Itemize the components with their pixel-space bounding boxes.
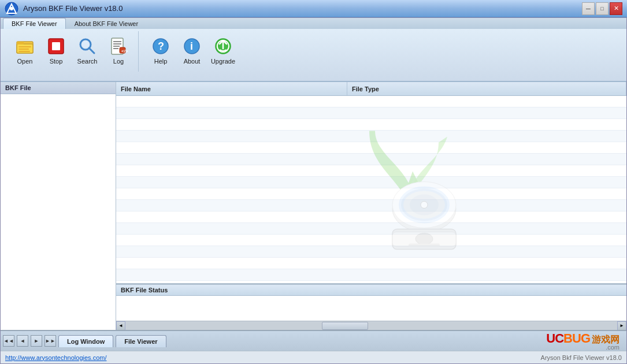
svg-text:i: i — [190, 40, 193, 52]
svg-line-12 — [89, 48, 94, 53]
scroll-right-btn[interactable]: ► — [617, 284, 626, 284]
status-area: BKF File Status ◄ ► — [116, 284, 626, 330]
open-button[interactable]: Open — [11, 34, 39, 67]
scroll-track[interactable] — [125, 284, 617, 284]
open-label: Open — [17, 58, 33, 65]
branding-area: UC BUG 游戏网 .com — [546, 331, 624, 351]
svg-text:?: ? — [158, 40, 164, 52]
log-icon: </> — [108, 36, 129, 57]
about-label: About — [184, 58, 201, 65]
ribbon-buttons-help: ? Help i About — [147, 34, 237, 67]
upgrade-icon — [213, 36, 233, 57]
title-bar-left: Aryson BKF File Viewer v18.0 — [5, 2, 123, 16]
status-scroll-left-btn[interactable]: ◄ — [116, 321, 125, 330]
website-link[interactable]: http://www.arysontechnologies.com/ — [5, 354, 106, 361]
left-panel-header: BKF File — [1, 82, 116, 94]
app-logo — [5, 2, 18, 16]
brand-com: .com — [606, 344, 619, 351]
main-window: BKF File Viewer About BKF File Viewer — [0, 17, 627, 364]
left-panel: BKF File — [1, 82, 116, 330]
stop-button[interactable]: Stop — [42, 34, 70, 67]
minimize-button[interactable]: ─ — [582, 2, 595, 15]
ribbon-group-help: ? Help i About — [141, 31, 243, 72]
scroll-left-btn[interactable]: ◄ — [116, 284, 125, 284]
ribbon-content: Open Stop — [1, 29, 626, 81]
tab-file-viewer[interactable]: File Viewer — [116, 335, 166, 347]
right-panel: File Name File Type — [116, 82, 626, 330]
status-content[interactable] — [116, 296, 626, 321]
col-header-name: File Name — [116, 82, 347, 95]
brand-uc: UC — [546, 331, 563, 346]
search-icon — [77, 36, 98, 57]
file-list-hscrollbar[interactable]: ◄ ► — [116, 283, 626, 284]
help-icon: ? — [150, 36, 171, 57]
nav-last-btn[interactable]: ►► — [44, 335, 56, 347]
status-scroll-right-btn[interactable]: ► — [617, 321, 626, 330]
stop-label: Stop — [50, 58, 63, 65]
search-label: Search — [77, 58, 98, 65]
nav-prev-btn[interactable]: ◄ — [17, 335, 28, 347]
title-bar-controls: ─ □ ✕ — [582, 2, 622, 15]
svg-rect-5 — [17, 42, 24, 44]
log-label: Log — [113, 58, 124, 65]
file-rows-background — [116, 96, 626, 283]
left-panel-content[interactable] — [1, 94, 116, 330]
file-list-content[interactable] — [116, 96, 626, 283]
ribbon-container: BKF File Viewer About BKF File Viewer — [1, 18, 626, 82]
tab-about-bkf[interactable]: About BKF File Viewer — [66, 18, 147, 29]
svg-point-13 — [82, 41, 89, 48]
ribbon-tab-bar: BKF File Viewer About BKF File Viewer — [1, 18, 626, 29]
status-hscrollbar[interactable]: ◄ ► — [116, 321, 626, 330]
tab-bkf-file-viewer[interactable]: BKF File Viewer — [3, 18, 66, 29]
svg-rect-8 — [18, 51, 30, 52]
tab-log-window[interactable]: Log Window — [58, 335, 113, 347]
open-icon — [14, 36, 35, 57]
stop-icon — [46, 36, 66, 57]
about-button[interactable]: i About — [178, 34, 206, 67]
ribbon-buttons-main: Open Stop — [11, 34, 132, 67]
status-scroll-track[interactable] — [125, 321, 617, 330]
svg-rect-7 — [18, 49, 29, 50]
upgrade-label: Upgrade — [211, 58, 235, 65]
svg-point-2 — [10, 7, 13, 10]
close-button[interactable]: ✕ — [610, 2, 622, 15]
nav-first-btn[interactable]: ◄◄ — [3, 335, 14, 347]
nav-next-btn[interactable]: ► — [31, 335, 42, 347]
file-list-header: File Name File Type — [116, 82, 626, 96]
footer-brand: Aryson Bkf File Viewer v18.0 — [541, 354, 622, 361]
about-icon: i — [181, 36, 202, 57]
col-header-type: File Type — [347, 82, 626, 95]
status-bar-bottom: http://www.arysontechnologies.com/ Aryso… — [1, 351, 626, 363]
content-area: BKF File File Name File Type — [1, 82, 626, 330]
svg-rect-10 — [52, 42, 60, 50]
bottom-tab-bar: ◄◄ ◄ ► ►► Log Window File Viewer UC BUG … — [1, 330, 626, 351]
window-title: Aryson BKF File Viewer v18.0 — [23, 4, 123, 13]
status-scroll-thumb[interactable] — [322, 322, 368, 330]
upgrade-button[interactable]: Upgrade — [209, 34, 237, 67]
log-button[interactable]: </> Log — [105, 34, 132, 67]
svg-rect-6 — [18, 46, 31, 47]
svg-text:</>: </> — [121, 49, 128, 54]
maximize-button[interactable]: □ — [596, 2, 609, 15]
help-label: Help — [154, 58, 168, 65]
brand-bug: BUG — [563, 331, 590, 346]
file-list-area: File Name File Type — [116, 82, 626, 284]
help-button[interactable]: ? Help — [147, 34, 175, 67]
status-header: BKF File Status — [116, 285, 626, 296]
ribbon-group-main: Open Stop — [5, 31, 139, 72]
title-bar: Aryson BKF File Viewer v18.0 ─ □ ✕ — [0, 0, 627, 17]
search-button[interactable]: Search — [73, 34, 101, 67]
